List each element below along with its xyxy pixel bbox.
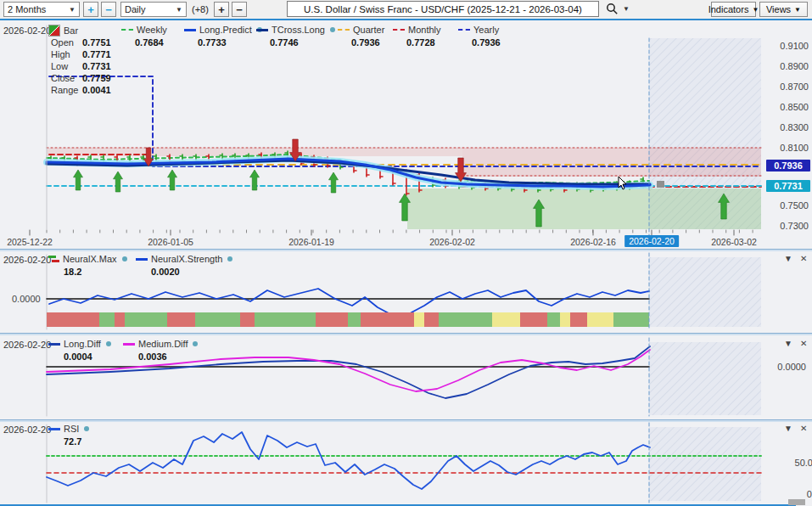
legend-series-value: 0.7746 (270, 37, 299, 48)
panel-close-icon[interactable]: ✕ (800, 424, 807, 433)
series-swatch-icon (136, 258, 148, 261)
legend-series-label: Long.Predict (199, 25, 252, 35)
legend-series-label: Medium.Diff (138, 339, 188, 349)
range-select[interactable]: 2 Months ▼ (3, 2, 80, 17)
series-swatch-icon (48, 343, 60, 346)
range-decrease-button[interactable]: − (101, 2, 116, 17)
series-swatch-icon (338, 29, 350, 31)
series-swatch-icon (123, 343, 135, 346)
info-dot-icon[interactable] (84, 426, 89, 431)
legend-series-value: 0.0036 (138, 351, 167, 362)
legend-series-value: 0.7684 (135, 37, 164, 48)
chevron-down-icon: ▼ (752, 6, 759, 14)
bar-field-value: 0.7759 (82, 73, 111, 83)
info-dot-icon[interactable] (106, 341, 111, 346)
symbol-search[interactable]: ▼ (606, 3, 630, 15)
toolbar: 2 Months ▼ + − Daily ▼ (+8) + − U.S. Dol… (0, 0, 812, 19)
legend-series-quarter[interactable]: Quarter (338, 25, 384, 35)
panel-collapse-icon[interactable]: ▼ (784, 254, 792, 263)
y-axis-label: 0.8900 (766, 61, 809, 71)
bar-field-label: Open (51, 37, 74, 48)
legend-series-weekly[interactable]: Weekly (121, 25, 167, 35)
legend-series-tcross-long[interactable]: TCross.Long (256, 25, 335, 35)
series-swatch-icon (121, 29, 133, 31)
panel-splitter[interactable] (0, 249, 812, 251)
legend-series-label: NeuralX.Strength (151, 254, 222, 264)
legend-series-neuralx-max[interactable]: NeuralX.Max (48, 254, 127, 264)
indicators-label: Indicators (708, 4, 749, 14)
bar-field-label: High (51, 49, 70, 59)
range-increase-button[interactable]: + (83, 2, 98, 17)
y-axis-label: 0.8300 (766, 122, 809, 132)
info-dot-icon[interactable] (330, 27, 335, 32)
info-dot-icon[interactable] (227, 256, 232, 261)
neuralx-panel-date: 2026-02-20 (3, 255, 51, 265)
search-icon (606, 3, 619, 15)
series-swatch-icon (48, 428, 60, 430)
x-axis-label: 2026-02-20 (624, 235, 679, 247)
y-axis-label: 0.9100 (766, 41, 809, 51)
info-dot-icon[interactable] (122, 256, 127, 261)
diff-panel-date: 2026-02-20 (3, 340, 51, 350)
series-swatch-icon (256, 29, 268, 31)
chart-canvas[interactable] (0, 0, 812, 506)
views-menu-button[interactable]: Views ▼ (759, 2, 808, 17)
x-axis-label: 2026-02-16 (570, 237, 616, 247)
panel-collapse-icon[interactable]: ▼ (784, 424, 792, 433)
legend-series-monthly[interactable]: Monthly (393, 25, 441, 35)
rsi-axis-label: 0.0 (784, 489, 812, 499)
legend-series-rsi[interactable]: RSI (48, 424, 89, 434)
legend-series-long-diff[interactable]: Long.Diff (48, 339, 111, 349)
legend-series-yearly[interactable]: Yearly (458, 25, 499, 35)
x-axis-label: 2026-02-02 (429, 237, 475, 247)
neuralx-axis-label: 0.0000 (12, 294, 41, 304)
chevron-down-icon: ▼ (794, 6, 801, 14)
chevron-down-icon: ▼ (69, 6, 76, 14)
panel-splitter[interactable] (0, 419, 812, 422)
rsi-axis-label: 50.0 (777, 458, 812, 468)
symbol-title[interactable]: U.S. Dollar / Swiss Franc - USD/CHF (202… (287, 1, 599, 17)
legend-series-label: Bar (64, 25, 78, 36)
x-axis-label: 2026-03-02 (711, 237, 757, 247)
extra-bars-label: (+8) (192, 4, 209, 14)
legend-series-neuralx-strength[interactable]: NeuralX.Strength (136, 254, 232, 264)
legend-series-value: 72.7 (64, 436, 81, 447)
scrollbar-thumb[interactable] (788, 499, 805, 505)
y-axis-label: 0.8100 (766, 143, 809, 153)
bar-field-label: Range (51, 85, 78, 95)
y-axis-label: 0.7500 (766, 200, 809, 211)
indicators-menu-button[interactable]: Indicators ▼ (711, 2, 756, 17)
panel-close-icon[interactable]: ✕ (800, 339, 807, 348)
legend-series-value: 0.7936 (351, 37, 380, 48)
panel-collapse-icon[interactable]: ▼ (784, 339, 792, 348)
y-axis-label: 0.7300 (766, 221, 809, 231)
views-label: Views (766, 4, 791, 14)
legend-series-label: TCross.Long (272, 25, 325, 35)
zoom-out-button[interactable]: − (232, 2, 247, 17)
legend-series-value: 0.7936 (472, 37, 501, 48)
interval-select-value: Daily (125, 4, 145, 14)
neuralx-panel-controls: ▼✕ (784, 254, 807, 263)
zoom-in-button[interactable]: + (214, 2, 229, 17)
y-axis-label: 0.7731 (766, 180, 810, 192)
toolbar-divider (0, 19, 812, 20)
legend-series-label: NeuralX.Max (63, 254, 117, 264)
legend-series-long-predict[interactable]: Long.Predict (184, 25, 262, 35)
chevron-down-icon: ▼ (176, 6, 182, 14)
panel-close-icon[interactable]: ✕ (800, 254, 807, 263)
series-swatch-icon (393, 29, 405, 31)
info-dot-icon[interactable] (193, 341, 198, 346)
bar-field-value: 0.0041 (82, 85, 111, 95)
interval-select[interactable]: Daily ▼ (120, 2, 187, 17)
bar-field-value: 0.7751 (82, 37, 111, 48)
legend-series-value: 0.0004 (64, 351, 92, 362)
legend-series-value: 0.7728 (406, 37, 435, 48)
bar-field-value: 0.7731 (82, 61, 111, 71)
legend-series-medium-diff[interactable]: Medium.Diff (123, 339, 198, 349)
app-window: 2 Months ▼ + − Daily ▼ (+8) + − U.S. Dol… (0, 0, 812, 506)
panel-splitter[interactable] (0, 333, 812, 335)
series-swatch-icon (48, 256, 59, 263)
legend-series-value: 18.2 (64, 267, 81, 277)
legend-series-bar[interactable]: Bar (48, 25, 78, 37)
x-axis-label: 2026-01-19 (288, 237, 334, 247)
